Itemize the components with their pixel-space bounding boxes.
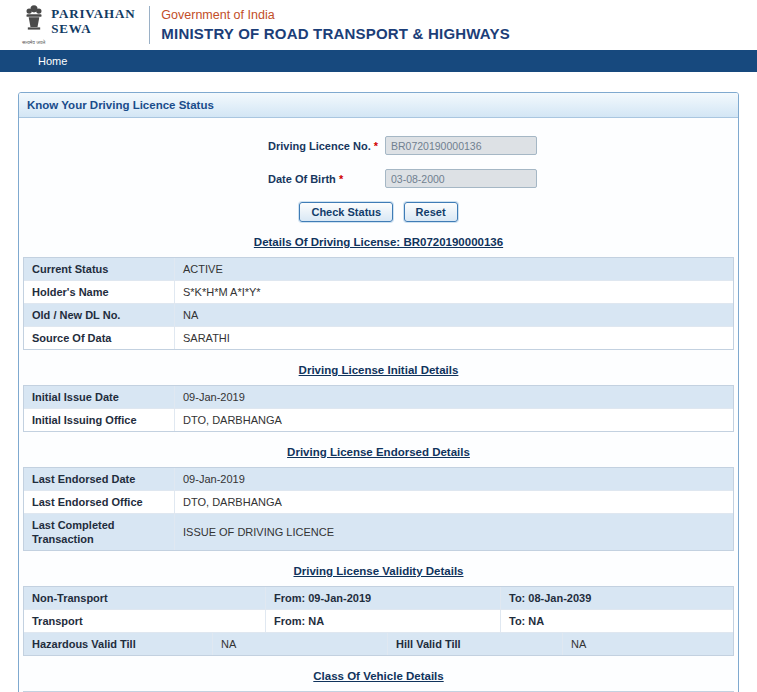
- transport-to: To: NA: [500, 610, 733, 632]
- dob-label: Date Of Birth *: [268, 173, 385, 185]
- brand-line2: SEWA: [51, 22, 135, 37]
- status-value: ACTIVE: [174, 258, 733, 280]
- brand-name: PARIVAHAN SEWA: [51, 4, 135, 37]
- hill-valid-till-value: NA: [562, 633, 733, 655]
- table-row: Source Of Data SARATHI: [24, 326, 733, 349]
- source-of-data-value: SARATHI: [174, 327, 733, 349]
- non-transport-to: To: 08-Jan-2039: [500, 587, 733, 609]
- non-transport-from: From: 09-Jan-2019: [265, 587, 500, 609]
- emblem-caption: सत्यमेव जयते: [22, 39, 45, 46]
- last-endorsed-date-value: 09-Jan-2019: [174, 468, 733, 490]
- last-endorsed-office-value: DTO, DARBHANGA: [174, 491, 733, 513]
- dob-row: Date Of Birth *: [268, 169, 734, 188]
- initial-details-table: Initial Issue Date 09-Jan-2019 Initial I…: [23, 385, 734, 432]
- table-row: Last Endorsed Office DTO, DARBHANGA: [24, 490, 733, 513]
- nav-home-link[interactable]: Home: [38, 55, 67, 67]
- required-marker: *: [339, 173, 343, 185]
- old-new-dl-value: NA: [174, 304, 733, 326]
- ministry-block: Government of India MINISTRY OF ROAD TRA…: [161, 8, 510, 42]
- table-row: Hazardous Valid Till NA Hill Valid Till …: [24, 632, 733, 655]
- cov-heading: Class Of Vehicle Details: [23, 670, 734, 682]
- validity-details-table: Non-Transport From: 09-Jan-2019 To: 08-J…: [23, 586, 734, 656]
- panel-body: Driving Licence No. * Date Of Birth * Ch…: [19, 118, 738, 692]
- ministry-title: MINISTRY OF ROAD TRANSPORT & HIGHWAYS: [161, 25, 510, 42]
- table-row: Initial Issuing Office DTO, DARBHANGA: [24, 408, 733, 431]
- validity-details-heading: Driving License Validity Details: [23, 565, 734, 577]
- table-row: Initial Issue Date 09-Jan-2019: [24, 386, 733, 408]
- license-status-table: Current Status ACTIVE Holder's Name S*K*…: [23, 257, 734, 350]
- dl-number-input[interactable]: [385, 136, 537, 155]
- check-status-button[interactable]: Check Status: [299, 202, 393, 222]
- required-marker: *: [374, 140, 378, 152]
- header-divider: [149, 6, 150, 44]
- holder-name-value: S*K*H*M A*I*Y*: [174, 281, 733, 303]
- initial-details-heading: Driving License Initial Details: [23, 364, 734, 376]
- emblem-block: सत्यमेव जयते: [22, 4, 45, 46]
- details-heading: Details Of Driving License: BR0720190000…: [23, 236, 734, 248]
- main-navbar: Home: [0, 50, 757, 72]
- reset-button[interactable]: Reset: [404, 202, 458, 222]
- last-completed-transaction-value: ISSUE OF DRIVING LICENCE: [174, 514, 733, 550]
- transport-from: From: NA: [265, 610, 500, 632]
- ashoka-emblem-icon: [23, 4, 45, 38]
- dl-status-panel: Know Your Driving Licence Status Driving…: [18, 92, 739, 692]
- brand-line1: PARIVAHAN: [51, 7, 135, 22]
- table-row: Non-Transport From: 09-Jan-2019 To: 08-J…: [24, 587, 733, 609]
- form-actions: Check Status Reset: [23, 202, 734, 222]
- initial-issue-date-value: 09-Jan-2019: [174, 386, 733, 408]
- table-row: Current Status ACTIVE: [24, 258, 733, 280]
- dl-number-label: Driving Licence No. *: [268, 140, 385, 152]
- table-row: Last Endorsed Date 09-Jan-2019: [24, 468, 733, 490]
- government-of-india-text: Government of India: [161, 8, 510, 22]
- endorsed-details-heading: Driving License Endorsed Details: [23, 446, 734, 458]
- hazardous-valid-till-value: NA: [212, 633, 387, 655]
- table-row: Holder's Name S*K*H*M A*I*Y*: [24, 280, 733, 303]
- parivahan-logo: सत्यमेव जयते PARIVAHAN SEWA: [22, 4, 135, 46]
- dl-number-row: Driving Licence No. *: [268, 136, 734, 155]
- dob-input[interactable]: [385, 169, 537, 188]
- table-row: Transport From: NA To: NA: [24, 609, 733, 632]
- table-row: Old / New DL No. NA: [24, 303, 733, 326]
- initial-issuing-office-value: DTO, DARBHANGA: [174, 409, 733, 431]
- main-content: Know Your Driving Licence Status Driving…: [0, 72, 757, 692]
- endorsed-details-table: Last Endorsed Date 09-Jan-2019 Last Endo…: [23, 467, 734, 551]
- table-row: Last Completed Transaction ISSUE OF DRIV…: [24, 513, 733, 550]
- panel-title: Know Your Driving Licence Status: [19, 93, 738, 118]
- site-header: सत्यमेव जयते PARIVAHAN SEWA Government o…: [0, 0, 757, 50]
